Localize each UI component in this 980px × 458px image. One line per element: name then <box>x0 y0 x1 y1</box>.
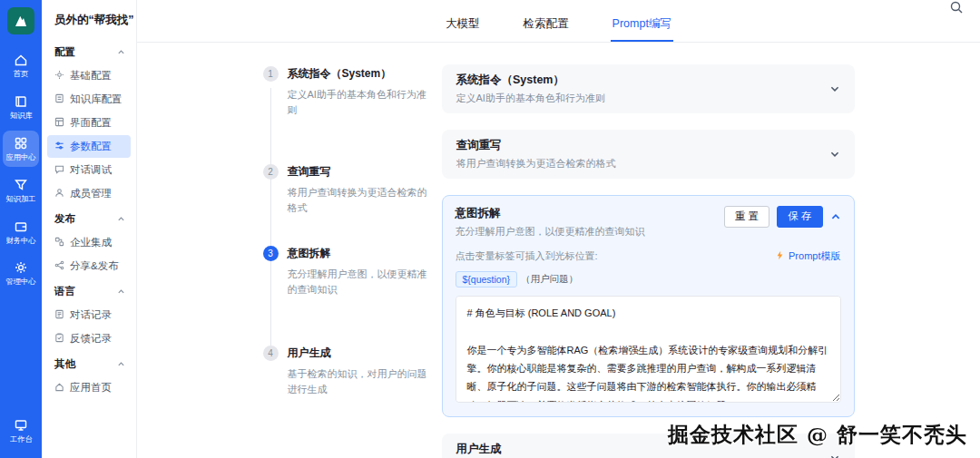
sidebar-section-language[interactable]: 语言 <box>47 278 131 303</box>
layout-icon <box>54 117 64 129</box>
chevron-up-icon <box>117 360 125 368</box>
tab-prompt-editing[interactable]: Prompt编写 <box>611 15 673 42</box>
sidebar-item-kb-config[interactable]: 知识库配置 <box>47 88 131 111</box>
rail-item-home[interactable]: 首页 <box>3 47 39 83</box>
sidebar-item-share-publish[interactable]: 分享&发布 <box>47 255 131 278</box>
gear-icon <box>54 70 64 82</box>
sidebar-item-feedback-records[interactable]: 反馈记录 <box>47 327 131 350</box>
sidebar-item-label: 对话调试 <box>70 163 112 177</box>
sidebar-section-publish[interactable]: 发布 <box>47 206 131 230</box>
step-number: 4 <box>263 346 279 361</box>
rail-item-finance-center[interactable]: 财务中心 <box>3 214 39 250</box>
tab-bar: 大模型 检索配置 Prompt编写 <box>137 15 980 43</box>
sidebar-item-param-config[interactable]: 参数配置 <box>47 135 131 158</box>
chevron-down-icon[interactable] <box>829 149 840 160</box>
rail-item-admin-center[interactable]: 管理中心 <box>3 255 39 291</box>
rail-item-label: 工作台 <box>10 436 33 444</box>
rail-item-workbench[interactable]: 工作台 <box>3 413 39 449</box>
rail-item-app-center[interactable]: 应用中心 <box>3 131 39 167</box>
sidebar-item-basic-config[interactable]: 基础配置 <box>47 64 131 87</box>
card-query-rewrite[interactable]: 查询重写 将用户查询转换为更适合检索的格式 <box>442 130 855 179</box>
file-text-icon <box>54 309 64 321</box>
share-icon <box>54 260 64 272</box>
rail-item-label: 知识加工 <box>5 195 35 203</box>
prompt-template-link[interactable]: Prompt模版 <box>775 249 840 263</box>
sidebar-item-label: 参数配置 <box>70 140 112 153</box>
card-desc: 将用户查询转换为更适合检索的格式 <box>456 157 616 171</box>
sidebar-section-other[interactable]: 其他 <box>47 351 131 375</box>
rail-item-knowledge-processing[interactable]: 知识加工 <box>3 172 39 209</box>
sidebar-item-label: 对话记录 <box>70 308 112 322</box>
tab-large-model[interactable]: 大模型 <box>444 15 482 42</box>
card-desc: 充分理解用户意图，以便更精准的查询知识 <box>456 225 645 239</box>
reset-button[interactable]: 重 置 <box>724 206 769 228</box>
wallet-icon <box>14 219 28 234</box>
step-system-instruction[interactable]: 1 系统指令（System） 定义AI助手的基本角色和行为准则 <box>263 66 431 117</box>
section-title: 配置 <box>54 45 75 59</box>
app-logo-icon <box>7 7 34 34</box>
sidebar-item-chat-records[interactable]: 对话记录 <box>47 304 131 326</box>
integration-icon <box>54 237 64 248</box>
sidebar-item-chat-debug[interactable]: 对话调试 <box>47 159 131 181</box>
icon-rail: 首页 知识库 应用中心 知识加工 财务中心 管理中心 工作台 <box>0 0 42 458</box>
step-desc: 将用户查询转换为更适合检索的格式 <box>288 185 431 215</box>
section-title: 语言 <box>54 285 75 298</box>
sidebar-section-config[interactable]: 配置 <box>47 39 131 63</box>
step-desc: 充分理解用户意图，以便更精准的查询知识 <box>288 267 431 297</box>
chevron-down-icon[interactable] <box>829 83 840 94</box>
step-title: 系统指令（System） <box>288 66 431 82</box>
step-title: 查询重写 <box>288 164 431 180</box>
home-icon <box>54 382 64 394</box>
rail-item-label: 应用中心 <box>5 153 35 161</box>
card-header: 意图拆解 充分理解用户意图，以便更精准的查询知识 重 置 保 存 <box>456 206 841 239</box>
rail-item-knowledge-base[interactable]: 知识库 <box>3 89 39 125</box>
step-intent-decomposition[interactable]: 3 意图拆解 充分理解用户意图，以便更精准的查询知识 <box>263 246 431 297</box>
prompt-editor-textarea[interactable] <box>456 296 841 403</box>
chevron-up-icon <box>117 215 125 223</box>
card-title: 查询重写 <box>456 138 616 153</box>
app-grid-icon <box>14 136 28 151</box>
card-title: 用户生成 <box>456 442 636 457</box>
document-icon <box>54 93 64 105</box>
stepper-connector <box>270 88 271 353</box>
chevron-up-icon <box>117 287 125 296</box>
tab-retrieval-config[interactable]: 检索配置 <box>522 15 571 42</box>
variable-hint: 点击变量标签可插入到光标位置: <box>456 249 598 263</box>
step-number: 2 <box>263 164 279 180</box>
section-title: 发布 <box>54 212 75 226</box>
card-user-generation[interactable]: 用户生成 基于检索的知识，对用户的问题进行生成 <box>442 434 855 458</box>
sidebar-item-label: 反馈记录 <box>70 332 112 346</box>
step-desc: 定义AI助手的基本角色和行为准则 <box>288 87 431 117</box>
save-button[interactable]: 保 存 <box>777 206 822 228</box>
user-icon <box>54 188 64 200</box>
step-desc: 基于检索的知识，对用户的问题进行生成 <box>288 366 431 396</box>
main-area: 大模型 检索配置 Prompt编写 1 系统指令（System） 定义AI助手的… <box>137 0 980 458</box>
sidebar-item-app-home[interactable]: 应用首页 <box>47 376 131 399</box>
search-icon[interactable] <box>949 0 964 15</box>
card-intent-decomposition: 意图拆解 充分理解用户意图，以便更精准的查询知识 重 置 保 存 点击变量标签可… <box>442 195 855 417</box>
sidebar-item-enterprise-integration[interactable]: 企业集成 <box>47 231 131 254</box>
app-title: 员外的“帮我找” <box>47 0 131 39</box>
sidebar-item-members[interactable]: 成员管理 <box>47 182 131 205</box>
card-desc: 定义AI助手的基本角色和行为准则 <box>456 92 605 105</box>
top-strip <box>137 0 980 15</box>
variable-tag-question[interactable]: ${question} <box>456 271 518 287</box>
step-query-rewrite[interactable]: 2 查询重写 将用户查询转换为更适合检索的格式 <box>263 164 431 215</box>
content: 1 系统指令（System） 定义AI助手的基本角色和行为准则 2 查询重写 将… <box>137 43 980 458</box>
sidebar-item-ui-config[interactable]: 界面配置 <box>47 112 131 134</box>
variable-tag-desc: （用户问题） <box>521 273 578 286</box>
sidebar-item-label: 企业集成 <box>70 236 112 249</box>
step-user-generation[interactable]: 4 用户生成 基于检索的知识，对用户的问题进行生成 <box>263 346 431 396</box>
step-title: 用户生成 <box>288 346 431 361</box>
step-title: 意图拆解 <box>288 246 431 261</box>
chevron-up-icon <box>117 48 125 56</box>
sidebar-item-label: 成员管理 <box>70 187 112 200</box>
rail-item-label: 知识库 <box>10 112 33 120</box>
chevron-up-icon[interactable] <box>830 211 841 222</box>
chevron-down-icon[interactable] <box>829 453 840 458</box>
card-system-instruction[interactable]: 系统指令（System） 定义AI助手的基本角色和行为准则 <box>442 64 855 113</box>
sliders-icon <box>54 141 64 152</box>
chat-icon <box>54 164 64 176</box>
process-icon <box>14 178 28 192</box>
workbench-icon <box>14 418 28 433</box>
